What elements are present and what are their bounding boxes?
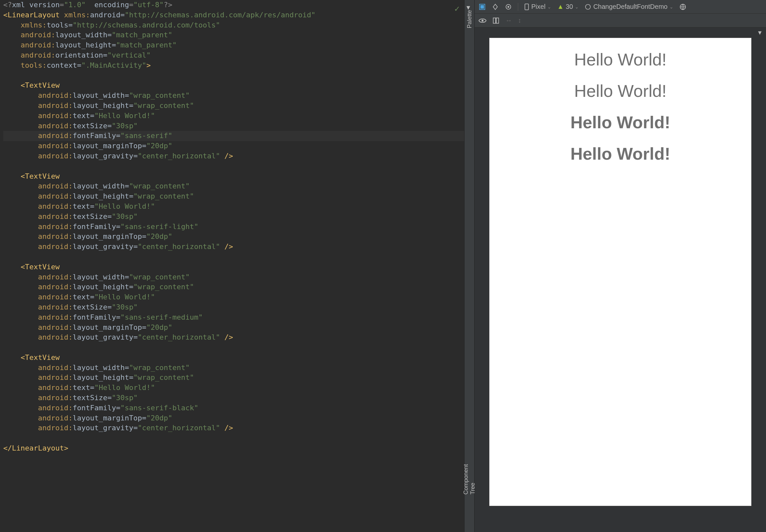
design-toolbar-2: ↔ ↕: [475, 14, 766, 27]
svg-point-3: [508, 6, 509, 8]
code-line[interactable]: android:layout_gravity="center_horizonta…: [3, 151, 464, 161]
chevron-down-icon: ⌄: [669, 4, 673, 9]
code-line[interactable]: <LinearLayout xmlns:android="http://sche…: [3, 10, 464, 20]
code-line[interactable]: android:layout_marginTop="20dp": [3, 232, 464, 242]
chevron-down-icon: ⌄: [575, 4, 579, 9]
code-line[interactable]: android:fontFamily="sans-serif-black": [3, 403, 464, 413]
svg-point-5: [586, 4, 591, 9]
code-line[interactable]: android:layout_height="wrap_content": [3, 373, 464, 383]
code-line[interactable]: <TextView: [3, 353, 464, 363]
pan-horizontal-button[interactable]: ↔: [506, 17, 512, 24]
code-line[interactable]: android:text="Hello World!": [3, 111, 464, 121]
android-icon: ▲: [557, 3, 564, 10]
device-label: Pixel: [531, 3, 545, 10]
code-line[interactable]: android:layout_width="wrap_content": [3, 272, 464, 282]
palette-label: Palette: [466, 10, 473, 28]
device-frame: Hello World! Hello World! Hello World! H…: [490, 38, 751, 506]
code-line[interactable]: </LinearLayout>: [3, 443, 464, 453]
orientation-button[interactable]: [492, 3, 499, 10]
code-line[interactable]: android:layout_height="wrap_content": [3, 282, 464, 292]
code-line[interactable]: xmlns:tools="http://schemas.android.com/…: [3, 20, 464, 30]
code-line[interactable]: android:layout_height="wrap_content": [3, 191, 464, 202]
code-line[interactable]: android:fontFamily="sans-serif-light": [3, 222, 464, 232]
code-line[interactable]: <TextView: [3, 80, 464, 91]
filter-icon[interactable]: ▼: [757, 29, 763, 36]
code-line[interactable]: <TextView: [3, 262, 464, 272]
code-line[interactable]: android:layout_gravity="center_horizonta…: [3, 423, 464, 433]
component-tree-label: Component Tree: [463, 464, 476, 494]
layout-validation-button[interactable]: [492, 17, 500, 24]
code-line[interactable]: android:layout_width="wrap_content": [3, 181, 464, 191]
code-line[interactable]: android:layout_width="wrap_content": [3, 363, 464, 373]
code-line[interactable]: android:layout_marginTop="20dp": [3, 323, 464, 333]
toggle-visibility-button[interactable]: [479, 18, 487, 24]
code-line[interactable]: [3, 252, 464, 262]
svg-rect-4: [525, 4, 529, 9]
theme-dropdown[interactable]: ChangeDefaultFontDemo ⌄: [585, 3, 673, 10]
code-line[interactable]: <TextView: [3, 171, 464, 182]
code-line[interactable]: android:textSize="30sp": [3, 212, 464, 222]
svg-rect-1: [481, 5, 484, 9]
code-line[interactable]: android:orientation="vertical": [3, 50, 464, 61]
pan-vertical-button[interactable]: ↕: [518, 17, 521, 24]
code-line[interactable]: android:layout_width="match_parent": [3, 30, 464, 40]
code-line[interactable]: android:textSize="30sp": [3, 302, 464, 312]
api-label: 30: [566, 3, 573, 10]
code-editor[interactable]: ✓ <?xml version="1.0" encoding="utf-8"?>…: [0, 0, 464, 532]
svg-rect-8: [493, 18, 496, 23]
design-pane: Pixel ⌄ ▲ 30 ⌄ ChangeDefaultFontDemo ⌄ ↔…: [475, 0, 766, 532]
code-line[interactable]: android:textSize="30sp": [3, 121, 464, 131]
svg-point-7: [482, 20, 484, 22]
device-dropdown[interactable]: Pixel ⌄: [524, 3, 551, 10]
chevron-down-icon: ⌄: [547, 4, 551, 9]
code-line[interactable]: android:text="Hello World!": [3, 292, 464, 302]
palette-icon: ▾: [467, 3, 472, 9]
preview-text-2[interactable]: Hello World!: [490, 81, 751, 101]
code-line[interactable]: android:layout_gravity="center_horizonta…: [3, 242, 464, 252]
preview-text-4[interactable]: Hello World!: [490, 144, 751, 164]
design-surface-button[interactable]: [479, 3, 486, 10]
design-toolbar-1: Pixel ⌄ ▲ 30 ⌄ ChangeDefaultFontDemo ⌄: [475, 0, 766, 14]
code-line[interactable]: android:textSize="30sp": [3, 393, 464, 403]
preview-canvas[interactable]: ▼ Hello World! Hello World! Hello World!…: [475, 27, 766, 532]
preview-text-1[interactable]: Hello World!: [490, 50, 751, 69]
code-line[interactable]: android:layout_marginTop="20dp": [3, 413, 464, 423]
code-line[interactable]: android:layout_height="match_parent": [3, 40, 464, 50]
no-errors-icon: ✓: [454, 3, 460, 14]
code-line[interactable]: android:layout_height="wrap_content": [3, 101, 464, 111]
theme-label: ChangeDefaultFontDemo: [593, 3, 668, 10]
night-mode-button[interactable]: [505, 3, 512, 10]
locale-button[interactable]: [679, 3, 686, 10]
code-line[interactable]: <?xml version="1.0" encoding="utf-8"?>: [3, 0, 464, 10]
code-line[interactable]: android:text="Hello World!": [3, 202, 464, 212]
code-line[interactable]: [3, 71, 464, 81]
code-line[interactable]: android:layout_width="wrap_content": [3, 91, 464, 101]
palette-strip[interactable]: ▾ Palette Component Tree: [464, 0, 475, 532]
code-line[interactable]: tools:context=".MainActivity">: [3, 61, 464, 71]
code-line[interactable]: [3, 343, 464, 353]
code-line[interactable]: [3, 433, 464, 443]
code-line[interactable]: android:text="Hello World!": [3, 383, 464, 393]
api-dropdown[interactable]: ▲ 30 ⌄: [557, 3, 579, 10]
preview-text-3[interactable]: Hello World!: [490, 113, 751, 132]
code-line[interactable]: android:layout_gravity="center_horizonta…: [3, 332, 464, 343]
code-line[interactable]: android:fontFamily="sans-serif": [3, 131, 464, 141]
code-line[interactable]: android:fontFamily="sans-serif-medium": [3, 312, 464, 323]
code-line[interactable]: [3, 161, 464, 171]
code-line[interactable]: android:layout_marginTop="20dp": [3, 141, 464, 151]
svg-rect-9: [496, 18, 499, 23]
